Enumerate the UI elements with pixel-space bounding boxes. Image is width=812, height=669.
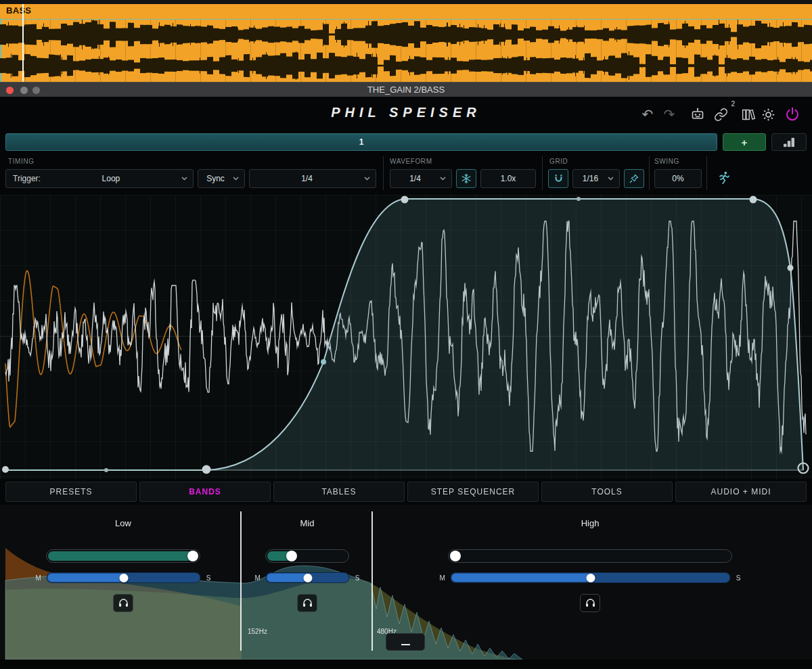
pattern-number: 1 bbox=[359, 137, 364, 147]
band-high: High M S bbox=[374, 505, 807, 660]
low-ms-row: M S bbox=[35, 572, 210, 583]
trigger-label: Trigger: bbox=[13, 174, 41, 183]
chevron-down-icon bbox=[440, 177, 446, 181]
grid-section-label: GRID bbox=[549, 158, 568, 165]
undo-icon: ↶ bbox=[642, 108, 654, 121]
swing-amount-value: 0% bbox=[672, 174, 683, 183]
screen: BASS THE_GAIN 2/BASS PHIL SPEISER ↶ ↷ 2 … bbox=[0, 0, 812, 669]
sync-mode-dropdown[interactable]: Sync bbox=[198, 169, 245, 188]
low-gain-slider[interactable] bbox=[46, 549, 200, 563]
slider-knob[interactable] bbox=[286, 551, 297, 561]
tab-bands[interactable]: BANDS bbox=[139, 482, 271, 502]
gain-curve-display[interactable] bbox=[0, 195, 812, 479]
high-gain-slider[interactable] bbox=[448, 549, 732, 563]
steps-icon bbox=[783, 137, 795, 147]
slider-knob[interactable] bbox=[586, 574, 595, 582]
section-divider bbox=[649, 156, 650, 190]
pattern-steps-button[interactable] bbox=[771, 133, 807, 151]
link-button[interactable] bbox=[712, 106, 729, 123]
link-count-badge: 2 bbox=[731, 100, 735, 108]
swing-amount-field[interactable]: 0% bbox=[654, 169, 702, 188]
grid-division-value: 1/16 bbox=[573, 174, 608, 183]
section-divider bbox=[383, 156, 384, 190]
plugin-window-titlebar[interactable]: THE_GAIN 2/BASS bbox=[0, 82, 812, 97]
waveform-length-dropdown[interactable]: 1/4 bbox=[390, 169, 452, 188]
plus-icon: + bbox=[742, 137, 748, 148]
running-figure-icon bbox=[717, 170, 731, 186]
bottom-edge bbox=[0, 660, 812, 669]
playhead-cursor[interactable] bbox=[22, 4, 24, 82]
envelope-node[interactable] bbox=[202, 465, 211, 474]
library-button[interactable] bbox=[739, 106, 757, 123]
settings-button[interactable] bbox=[759, 106, 777, 123]
redo-button[interactable]: ↷ bbox=[660, 106, 678, 123]
chevron-down-icon bbox=[233, 177, 239, 181]
low-solo-button[interactable] bbox=[113, 594, 133, 612]
tab-step-sequencer[interactable]: STEP SEQUENCER bbox=[407, 482, 539, 502]
bands-panel: Low M S Mid M S High bbox=[0, 505, 812, 660]
timing-section-label: TIMING bbox=[8, 158, 35, 165]
envelope-node[interactable] bbox=[401, 196, 409, 204]
snowflake-icon bbox=[461, 173, 472, 184]
stereo-label: S bbox=[206, 574, 211, 582]
tab-presets[interactable]: PRESETS bbox=[5, 482, 137, 502]
playback-speed-field[interactable]: 1.0x bbox=[480, 169, 536, 188]
gear-icon bbox=[761, 108, 775, 122]
envelope-node[interactable] bbox=[104, 468, 108, 472]
power-icon bbox=[784, 106, 800, 122]
waveform-length-value: 1/4 bbox=[390, 174, 440, 183]
chevron-down-icon bbox=[181, 177, 187, 181]
band-name: High bbox=[374, 518, 807, 528]
envelope-node[interactable] bbox=[2, 466, 9, 473]
mid-solo-button[interactable] bbox=[297, 594, 317, 612]
link-icon bbox=[714, 108, 728, 122]
slider-knob[interactable] bbox=[119, 574, 128, 582]
slider-fill bbox=[48, 551, 194, 561]
slider-fill bbox=[48, 574, 128, 582]
envelope-node[interactable] bbox=[788, 265, 794, 271]
slider-knob[interactable] bbox=[303, 574, 312, 582]
clip-name-label: BASS bbox=[6, 5, 31, 16]
headphones-icon bbox=[585, 598, 596, 608]
robot-icon bbox=[690, 106, 706, 122]
pattern-selector[interactable]: 1 bbox=[5, 133, 717, 151]
add-pattern-button[interactable]: + bbox=[723, 133, 766, 151]
crossover-value-box[interactable] bbox=[386, 633, 425, 651]
section-divider bbox=[706, 156, 707, 190]
envelope-node[interactable] bbox=[321, 359, 326, 365]
tab-audio-midi[interactable]: AUDIO + MIDI bbox=[675, 482, 807, 502]
envelope-node[interactable] bbox=[750, 196, 757, 204]
mono-label: M bbox=[35, 574, 41, 582]
timing-rate-dropdown[interactable]: 1/4 bbox=[249, 169, 376, 188]
tab-tables[interactable]: TABLES bbox=[273, 482, 405, 502]
headphones-icon bbox=[302, 598, 313, 608]
slider-fill bbox=[452, 574, 595, 582]
envelope-node[interactable] bbox=[577, 197, 581, 201]
slider-knob[interactable] bbox=[450, 551, 461, 561]
slider-knob[interactable] bbox=[187, 551, 198, 561]
trigger-mode-dropdown[interactable]: Trigger: Loop bbox=[5, 169, 194, 188]
grid-division-dropdown[interactable]: 1/16 bbox=[572, 169, 620, 188]
swing-groove-button[interactable] bbox=[713, 166, 736, 189]
high-width-slider[interactable] bbox=[451, 572, 731, 583]
window-title: THE_GAIN 2/BASS bbox=[0, 85, 812, 95]
high-ms-row: M S bbox=[439, 572, 740, 583]
chevron-down-icon bbox=[608, 177, 614, 181]
snap-magnet-button[interactable] bbox=[548, 169, 568, 188]
assistant-button[interactable] bbox=[689, 106, 706, 123]
mid-width-slider[interactable] bbox=[266, 572, 350, 583]
high-solo-button[interactable] bbox=[580, 594, 600, 612]
daw-clip-bass[interactable]: BASS bbox=[0, 4, 812, 82]
low-width-slider[interactable] bbox=[47, 572, 201, 583]
power-button[interactable] bbox=[784, 106, 801, 123]
pin-button[interactable] bbox=[624, 169, 644, 188]
gain-envelope[interactable] bbox=[0, 195, 812, 479]
freeze-button[interactable] bbox=[456, 169, 476, 188]
stereo-label: S bbox=[736, 574, 741, 582]
mid-gain-slider[interactable] bbox=[265, 549, 349, 563]
mid-ms-row: M S bbox=[254, 572, 359, 583]
tab-tools[interactable]: TOOLS bbox=[541, 482, 673, 502]
clip-waveform bbox=[0, 20, 812, 82]
crossover-low-mid-value: 152Hz bbox=[248, 628, 267, 635]
undo-button[interactable]: ↶ bbox=[639, 106, 656, 123]
